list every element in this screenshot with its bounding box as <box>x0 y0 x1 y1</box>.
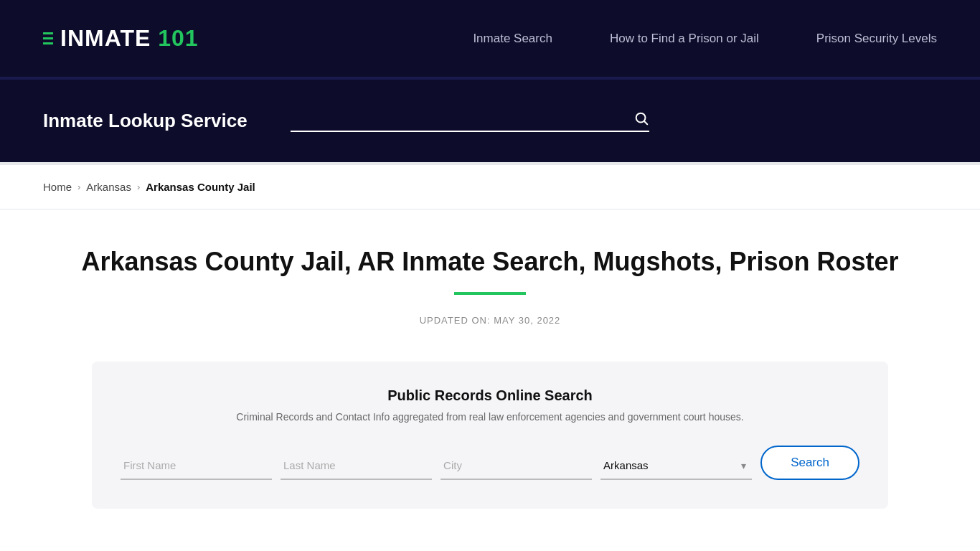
nav-inmate-search[interactable]: Inmate Search <box>473 32 552 46</box>
records-box: Public Records Online Search Criminal Re… <box>92 362 888 509</box>
state-select-wrapper: AlabamaAlaskaArizonaArkansasCaliforniaCo… <box>600 452 752 480</box>
state-select[interactable]: AlabamaAlaskaArizonaArkansasCaliforniaCo… <box>600 452 752 480</box>
last-name-input[interactable] <box>281 452 432 480</box>
site-logo: INMATE 101 <box>60 25 199 52</box>
svg-line-1 <box>644 121 647 124</box>
search-banner: Inmate Lookup Service <box>0 79 980 165</box>
first-name-field <box>121 452 272 480</box>
main-content: Arkansas County Jail, AR Inmate Search, … <box>0 209 980 537</box>
nav-how-to-find[interactable]: How to Find a Prison or Jail <box>610 32 759 46</box>
search-button[interactable]: Search <box>760 446 859 480</box>
service-title: Inmate Lookup Service <box>43 110 248 132</box>
updated-date: UPDATED ON: MAY 30, 2022 <box>43 315 937 326</box>
breadcrumb-home[interactable]: Home <box>43 181 72 193</box>
breadcrumb: Home › Arkansas › Arkansas County Jail <box>0 165 980 209</box>
breadcrumb-current: Arkansas County Jail <box>146 181 255 193</box>
search-icon <box>633 110 649 126</box>
breadcrumb-sep-2: › <box>137 182 140 192</box>
search-form: AlabamaAlaskaArizonaArkansasCaliforniaCo… <box>121 446 859 480</box>
records-title: Public Records Online Search <box>121 387 859 404</box>
top-navigation: INMATE 101 Inmate Search How to Find a P… <box>0 0 980 79</box>
title-underline <box>454 292 526 295</box>
nav-links: Inmate Search How to Find a Prison or Ja… <box>473 32 937 46</box>
breadcrumb-state[interactable]: Arkansas <box>86 181 131 193</box>
city-input[interactable] <box>440 452 592 480</box>
last-name-field <box>281 452 432 480</box>
breadcrumb-sep-1: › <box>77 182 80 192</box>
banner-search-button[interactable] <box>633 110 649 126</box>
nav-security-levels[interactable]: Prison Security Levels <box>816 32 937 46</box>
records-subtitle: Criminal Records and Contact Info aggreg… <box>121 411 859 423</box>
logo-bars-icon <box>43 32 53 44</box>
logo-area[interactable]: INMATE 101 <box>43 25 199 52</box>
page-title: Arkansas County Jail, AR Inmate Search, … <box>43 245 937 279</box>
city-field <box>440 452 592 480</box>
banner-search-input[interactable] <box>291 112 633 125</box>
search-input-area[interactable] <box>291 110 649 132</box>
first-name-input[interactable] <box>121 452 272 480</box>
